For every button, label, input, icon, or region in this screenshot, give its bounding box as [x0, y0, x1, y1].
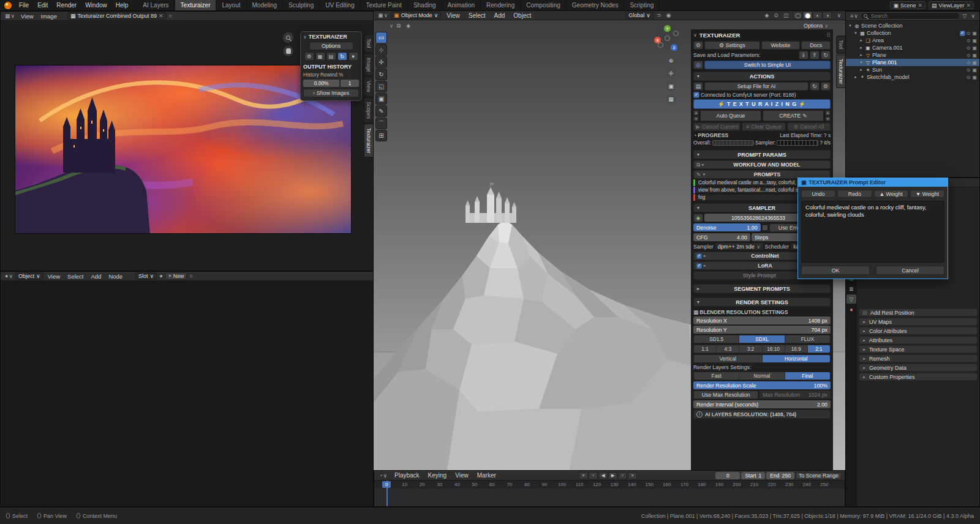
switch-simple-ui-button[interactable]: Switch to Simple UI — [704, 61, 831, 69]
image-editor-type-icon[interactable]: ▦∨ — [3, 13, 17, 19]
ratio-tab-1-1[interactable]: 1:1 — [694, 345, 717, 353]
outliner-row-sun[interactable]: ▸☀Sun⊙▣ — [846, 66, 979, 73]
slot-dropdown[interactable]: Slot ∨ — [135, 272, 157, 280]
timeline-editor-type-icon[interactable]: ◔∨ — [377, 473, 389, 479]
timeline-menu-playback[interactable]: Playback — [390, 471, 424, 480]
active-tool-icon[interactable]: ⧉ — [395, 23, 402, 29]
play-button[interactable]: ▶ — [608, 472, 617, 479]
image-datablock-selector[interactable]: ▦ Texturaizer Combined Output 89 ✕ — [67, 12, 167, 20]
collection-checkbox[interactable]: ✓ — [960, 31, 965, 36]
create-button[interactable]: CREATE ✎ — [763, 110, 824, 121]
menu-edit[interactable]: Edit — [33, 0, 52, 10]
image-unlink-icon[interactable]: ✕ — [159, 13, 164, 19]
quality-tab-fast[interactable]: Fast — [694, 372, 739, 380]
website-button[interactable]: Website — [761, 41, 801, 50]
viewlayer-unlink-icon[interactable]: ✕ — [966, 2, 971, 9]
shading-rendered-icon[interactable]: ◑ — [823, 12, 832, 19]
weight-down-button[interactable]: ▼ Weight — [910, 190, 944, 198]
tool-extra-icon[interactable]: ◈ — [404, 23, 412, 29]
outliner-row-scene-collection[interactable]: ▾◍Scene Collection — [846, 22, 979, 29]
nav-zoom-icon[interactable]: ⊕ — [666, 55, 676, 66]
gear-icon[interactable]: ⚙ — [304, 52, 314, 61]
search-input[interactable] — [861, 12, 960, 20]
prompt-textarea[interactable]: Colorful medieval castle on a rocky clif… — [801, 201, 944, 263]
panel-checkbox[interactable] — [862, 310, 868, 316]
section-arrow-icon[interactable]: ▾ — [697, 205, 699, 211]
tool-add-cube-icon[interactable]: ⊞ — [375, 130, 387, 141]
play-reverse-button[interactable]: ◀ — [598, 472, 608, 479]
empty-latent-checkbox[interactable] — [762, 225, 768, 231]
image-menu-image[interactable]: Image — [37, 12, 61, 20]
workflow-model-panel[interactable]: ⧉ ▸ WORKFLOW AND MODEL — [693, 160, 831, 169]
outliner-editor-type-icon[interactable]: ≡∨ — [848, 13, 860, 19]
shader-menu-node[interactable]: Node — [105, 272, 126, 280]
workspace-tab-modeling[interactable]: Modeling — [247, 0, 284, 10]
image-menu-view[interactable]: View — [17, 12, 37, 20]
load-params-icon[interactable]: ⇑ — [810, 51, 820, 59]
ratio-tab-16-10[interactable]: 16:10 — [763, 345, 785, 353]
section-arrow-icon[interactable]: ▾ — [697, 299, 699, 305]
zoom-icon[interactable] — [283, 32, 293, 43]
blender-logo-icon[interactable] — [4, 2, 12, 9]
workspace-tab-ai-layers[interactable]: AI Layers — [137, 0, 175, 10]
options-tab[interactable]: Options — [309, 42, 353, 50]
settings-button[interactable]: ⚙ Settings — [704, 41, 760, 50]
navigation-gizmo[interactable]: Y X Z — [655, 27, 679, 50]
quality-tab-normal[interactable]: Normal — [739, 372, 785, 380]
timeline-menu-view[interactable]: View — [451, 471, 473, 480]
viewport-tab-texturaizer[interactable]: Texturaizer — [836, 54, 845, 89]
disable-render-icon[interactable]: ▣ — [972, 60, 977, 66]
tool-measure-icon[interactable]: ⌒ — [375, 118, 387, 129]
outliner-row-collection[interactable]: ▾▦Collection✓⊙▣ — [846, 29, 979, 37]
disable-render-icon[interactable]: ▣ — [972, 45, 977, 51]
expand-icon[interactable]: ▸ — [859, 53, 864, 58]
ok-button[interactable]: OK — [801, 266, 870, 275]
cfg-field[interactable]: CFG 4.00 — [693, 233, 750, 241]
xray-toggle-icon[interactable]: ◫ — [782, 12, 791, 18]
ratio-tab-2-1[interactable]: 2:1 — [808, 345, 830, 353]
start-frame-field[interactable]: Start 1 — [741, 472, 765, 479]
pin-image-icon[interactable]: ○ — [167, 13, 174, 19]
ratio-tab-16-9[interactable]: 16:9 — [785, 345, 808, 353]
filter-icon[interactable]: ▽ — [960, 13, 968, 19]
viewport-editor-type-icon[interactable]: ▣∨ — [376, 12, 390, 18]
addon-gear-icon[interactable]: ⚙ — [693, 41, 703, 50]
image-editor-tab-tool[interactable]: Tool — [364, 34, 373, 53]
properties-tab-material-icon[interactable]: ● — [846, 305, 856, 314]
image-editor-tab-scopes[interactable]: Scopes — [364, 97, 373, 123]
texturaizing-button[interactable]: ⚡ T E X T U R A I Z I N G ⚡ — [693, 99, 831, 109]
pin-material-icon[interactable]: ○ — [187, 273, 194, 279]
menu-file[interactable]: File — [15, 0, 33, 10]
axis-x-negative[interactable] — [673, 31, 679, 36]
expand-icon[interactable]: ▸ — [702, 162, 704, 167]
prev-keyframe-button[interactable]: ‹ — [589, 472, 598, 479]
hide-viewport-icon[interactable]: ⊙ — [967, 53, 971, 58]
panel-collapse-icon[interactable]: ∨ — [693, 32, 697, 38]
image-toggle-icon[interactable]: ▦ — [315, 52, 325, 61]
favorite-icon[interactable]: ♥ — [349, 52, 358, 61]
end-frame-field[interactable]: End 250 — [766, 472, 794, 479]
tool-transform-icon[interactable]: ▣ — [375, 93, 387, 105]
ratio-tab-4-3[interactable]: 4:3 — [717, 345, 739, 353]
image-editor-tab-image[interactable]: Image — [364, 53, 373, 77]
timeline-menu-keying[interactable]: Keying — [424, 471, 451, 480]
image-editor-tab-view[interactable]: View — [364, 77, 373, 96]
use-max-resolution-button[interactable]: Use Max Resolution — [693, 391, 758, 399]
lora-checkbox[interactable]: ✓ — [696, 263, 702, 269]
orientation-tab-horizontal[interactable]: Horizontal — [763, 355, 831, 362]
hide-viewport-icon[interactable]: ⊙ — [967, 67, 971, 73]
orientation-tab-vertical[interactable]: Vertical — [694, 355, 763, 362]
viewlayer-selector[interactable]: ▤ ViewLayer ✕ — [929, 1, 974, 9]
timeline-ruler[interactable]: 0102030405060708090100110120130140150160… — [374, 481, 845, 506]
viewport-menu-select[interactable]: Select — [464, 11, 490, 20]
properties-panel-remesh[interactable]: ▸Remesh — [859, 354, 978, 362]
expand-icon[interactable]: ▾ — [848, 23, 853, 28]
shading-wireframe-icon[interactable]: ◯ — [793, 12, 802, 19]
rewind-index-field[interactable]: 1 — [341, 80, 359, 87]
tool-rotate-icon[interactable]: ↻ — [375, 69, 387, 80]
jump-to-end-button[interactable]: » — [628, 472, 637, 479]
stepper-down-icon[interactable]: ▼ — [825, 116, 831, 122]
properties-panel-texture-space[interactable]: ▸Texture Space — [859, 345, 978, 353]
cancel-button[interactable]: Cancel — [876, 266, 944, 275]
clear-queue-button[interactable]: ≡ Clear Queue — [742, 122, 785, 131]
